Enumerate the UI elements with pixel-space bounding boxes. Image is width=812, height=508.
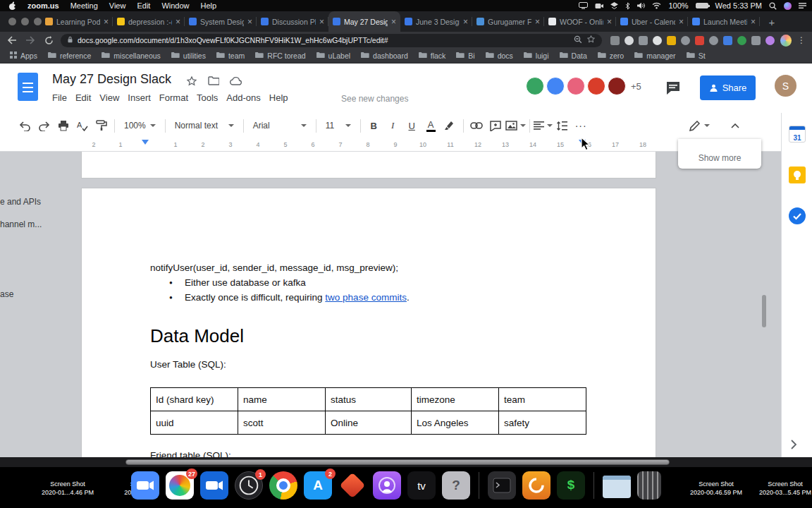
bookmark-star-icon[interactable] xyxy=(586,34,596,47)
tab-close-icon[interactable]: × xyxy=(247,18,252,26)
star-icon[interactable] xyxy=(186,75,197,87)
url-text[interactable]: docs.google.com/document/d/1h3xoQvewFLf0… xyxy=(78,36,570,44)
comments-icon[interactable] xyxy=(665,80,682,97)
desktop-file[interactable]: Screen Shot2020-01...4.46 PM xyxy=(34,480,102,497)
redo-button[interactable] xyxy=(35,116,54,135)
add-comment-button[interactable] xyxy=(486,116,505,135)
docs-menu-edit[interactable]: Edit xyxy=(71,91,95,104)
left-margin-marker[interactable] xyxy=(142,140,149,145)
orange-app-icon[interactable] xyxy=(522,471,550,500)
docs-menu-insert[interactable]: Insert xyxy=(123,91,155,104)
bookmark-utilities[interactable]: utilities xyxy=(166,52,210,60)
apple-tv-icon[interactable]: tv xyxy=(407,471,436,500)
extension-icon[interactable] xyxy=(723,36,732,45)
table-cell[interactable]: name xyxy=(238,388,326,411)
extension-icon[interactable] xyxy=(610,36,620,45)
red-diamond-icon[interactable] xyxy=(338,471,367,500)
docs-menu-help[interactable]: Help xyxy=(265,91,293,104)
browser-menu-icon[interactable]: ⋮ xyxy=(797,35,806,45)
extension-icon[interactable] xyxy=(695,36,704,45)
underline-button[interactable]: U xyxy=(402,116,422,135)
photos-pinwheel-icon[interactable]: 27 xyxy=(166,471,194,500)
apple-menu-icon[interactable] xyxy=(8,1,16,11)
bookmark-team[interactable]: team xyxy=(211,52,249,60)
table-cell[interactable]: safety xyxy=(499,411,586,435)
collaborator-avatar[interactable] xyxy=(526,77,544,95)
browser-tab[interactable]: Gurugamer Fa× xyxy=(472,11,544,32)
table-cell[interactable]: timezone xyxy=(412,388,499,411)
print-button[interactable] xyxy=(54,116,73,135)
bookmark-docs[interactable]: docs xyxy=(481,52,517,60)
keep-icon[interactable] xyxy=(789,167,806,183)
browser-profile-avatar[interactable] xyxy=(780,35,792,47)
horizontal-scrollbar[interactable] xyxy=(125,459,670,465)
menubar-menu-window[interactable]: Window xyxy=(161,1,189,10)
docs-menu-tools[interactable]: Tools xyxy=(192,91,222,104)
outline-item-fragment[interactable]: hannel m... xyxy=(0,219,42,229)
battery-icon[interactable] xyxy=(696,3,708,8)
notification-center-icon[interactable] xyxy=(799,2,806,9)
reload-button[interactable] xyxy=(42,34,55,47)
tab-close-icon[interactable]: × xyxy=(535,18,540,26)
dark-terminal-icon[interactable] xyxy=(488,471,516,500)
collapse-toolbar-icon[interactable] xyxy=(725,116,744,135)
page-previous[interactable] xyxy=(81,152,656,179)
table-cell[interactable]: status xyxy=(326,388,412,411)
volume-icon[interactable] xyxy=(637,2,645,9)
zoom-page-icon[interactable] xyxy=(574,34,582,47)
app-store-icon[interactable]: A2 xyxy=(304,471,332,500)
tab-close-icon[interactable]: × xyxy=(104,18,109,26)
share-button[interactable]: Share xyxy=(700,75,756,100)
dark-clock-icon[interactable]: 1 xyxy=(235,471,263,500)
menubar-menu-view[interactable]: View xyxy=(109,1,126,10)
table-cell[interactable]: Los Angeles xyxy=(412,411,499,435)
see-new-changes-link[interactable]: See new changes xyxy=(341,94,408,104)
bookmark-zero[interactable]: zero xyxy=(593,52,628,60)
font-size-select[interactable]: 11 xyxy=(320,121,357,131)
zoom-camera-icon[interactable] xyxy=(131,471,159,500)
collaborator-avatar[interactable] xyxy=(587,77,605,95)
tab-close-icon[interactable]: × xyxy=(607,18,612,26)
table-cell[interactable]: team xyxy=(499,388,586,411)
line-spacing-button[interactable] xyxy=(553,116,572,135)
zoom-select[interactable]: 100% xyxy=(118,121,161,131)
more-tools-button[interactable]: ··· xyxy=(572,116,591,135)
menubar-menu-help[interactable]: Help xyxy=(201,1,217,10)
camera-icon[interactable] xyxy=(595,3,603,9)
insert-image-button[interactable] xyxy=(505,116,526,135)
extension-icon[interactable] xyxy=(639,36,648,45)
desktop-file[interactable]: Screen Shot2020-03...5.45 PM xyxy=(751,480,812,497)
address-bar[interactable]: docs.google.com/document/d/1h3xoQvewFLf0… xyxy=(61,34,602,47)
browser-tab[interactable]: Learning Pod× xyxy=(41,11,113,32)
spotlight-icon[interactable] xyxy=(769,2,777,10)
browser-tab[interactable]: WOOF - Onlin× xyxy=(544,11,616,32)
bookmark-rfc-toread[interactable]: RFC toread xyxy=(250,52,309,60)
extension-icon[interactable] xyxy=(653,36,662,45)
show-more-button[interactable]: Show more xyxy=(678,139,761,169)
tab-close-icon[interactable]: × xyxy=(176,18,180,26)
wifi-icon[interactable] xyxy=(652,2,661,9)
extension-icon[interactable] xyxy=(709,36,718,45)
extension-icon[interactable] xyxy=(625,36,634,45)
text-color-button[interactable]: A xyxy=(422,116,441,135)
outline-item-fragment[interactable]: e and APIs xyxy=(0,197,41,207)
cloud-status-icon[interactable] xyxy=(230,75,241,87)
docs-menu-file[interactable]: File xyxy=(48,91,71,104)
tab-close-icon[interactable]: × xyxy=(751,18,756,26)
paint-format-button[interactable] xyxy=(92,116,111,135)
doc-table[interactable]: Id (shard key)namestatustimezoneteamuuid… xyxy=(150,387,586,435)
menubar-menu-edit[interactable]: Edit xyxy=(137,1,150,10)
vertical-scrollbar[interactable] xyxy=(762,295,766,327)
align-button[interactable] xyxy=(534,116,553,135)
tab-close-icon[interactable]: × xyxy=(463,18,468,26)
video-camera-icon[interactable] xyxy=(200,471,228,500)
new-tab-button[interactable]: + xyxy=(764,14,780,30)
forward-button[interactable] xyxy=(24,34,37,47)
calendar-icon[interactable]: 31 xyxy=(789,126,806,143)
bold-button[interactable]: B xyxy=(364,116,383,135)
table-cell[interactable]: Online xyxy=(326,411,412,435)
tab-close-icon[interactable]: × xyxy=(679,18,684,26)
collaborator-avatar[interactable] xyxy=(608,77,626,95)
window-thumbnail-icon[interactable] xyxy=(603,476,631,498)
menubar-clock[interactable]: Wed 5:33 PM xyxy=(715,1,762,10)
